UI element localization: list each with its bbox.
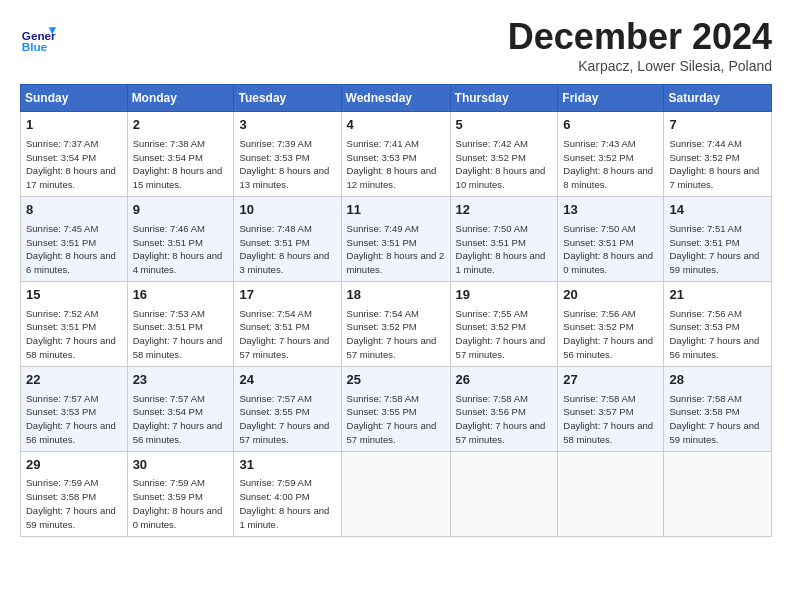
day-info: Sunrise: 7:58 AMSunset: 3:55 PMDaylight:… bbox=[347, 392, 445, 447]
day-info: Sunrise: 7:58 AMSunset: 3:56 PMDaylight:… bbox=[456, 392, 553, 447]
day-number: 9 bbox=[133, 201, 229, 220]
day-number: 24 bbox=[239, 371, 335, 390]
day-number: 7 bbox=[669, 116, 766, 135]
calendar-cell: 24Sunrise: 7:57 AMSunset: 3:55 PMDayligh… bbox=[234, 366, 341, 451]
calendar-cell: 9Sunrise: 7:46 AMSunset: 3:51 PMDaylight… bbox=[127, 196, 234, 281]
day-header-monday: Monday bbox=[127, 85, 234, 112]
day-header-wednesday: Wednesday bbox=[341, 85, 450, 112]
calendar-cell bbox=[450, 451, 558, 536]
calendar-cell bbox=[558, 451, 664, 536]
calendar-cell: 25Sunrise: 7:58 AMSunset: 3:55 PMDayligh… bbox=[341, 366, 450, 451]
calendar-cell: 3Sunrise: 7:39 AMSunset: 3:53 PMDaylight… bbox=[234, 112, 341, 197]
day-info: Sunrise: 7:51 AMSunset: 3:51 PMDaylight:… bbox=[669, 222, 766, 277]
day-number: 15 bbox=[26, 286, 122, 305]
day-number: 28 bbox=[669, 371, 766, 390]
calendar-cell: 23Sunrise: 7:57 AMSunset: 3:54 PMDayligh… bbox=[127, 366, 234, 451]
calendar-cell: 28Sunrise: 7:58 AMSunset: 3:58 PMDayligh… bbox=[664, 366, 772, 451]
day-info: Sunrise: 7:52 AMSunset: 3:51 PMDaylight:… bbox=[26, 307, 122, 362]
calendar-cell: 1Sunrise: 7:37 AMSunset: 3:54 PMDaylight… bbox=[21, 112, 128, 197]
day-info: Sunrise: 7:42 AMSunset: 3:52 PMDaylight:… bbox=[456, 137, 553, 192]
day-header-saturday: Saturday bbox=[664, 85, 772, 112]
calendar-cell: 18Sunrise: 7:54 AMSunset: 3:52 PMDayligh… bbox=[341, 281, 450, 366]
calendar-cell: 27Sunrise: 7:58 AMSunset: 3:57 PMDayligh… bbox=[558, 366, 664, 451]
day-info: Sunrise: 7:59 AMSunset: 4:00 PMDaylight:… bbox=[239, 476, 335, 531]
day-number: 1 bbox=[26, 116, 122, 135]
calendar-cell: 10Sunrise: 7:48 AMSunset: 3:51 PMDayligh… bbox=[234, 196, 341, 281]
day-number: 22 bbox=[26, 371, 122, 390]
calendar-cell: 12Sunrise: 7:50 AMSunset: 3:51 PMDayligh… bbox=[450, 196, 558, 281]
day-info: Sunrise: 7:54 AMSunset: 3:51 PMDaylight:… bbox=[239, 307, 335, 362]
calendar-cell: 5Sunrise: 7:42 AMSunset: 3:52 PMDaylight… bbox=[450, 112, 558, 197]
day-info: Sunrise: 7:39 AMSunset: 3:53 PMDaylight:… bbox=[239, 137, 335, 192]
day-number: 29 bbox=[26, 456, 122, 475]
month-title: December 2024 bbox=[508, 16, 772, 58]
day-info: Sunrise: 7:38 AMSunset: 3:54 PMDaylight:… bbox=[133, 137, 229, 192]
day-info: Sunrise: 7:49 AMSunset: 3:51 PMDaylight:… bbox=[347, 222, 445, 277]
day-number: 4 bbox=[347, 116, 445, 135]
day-number: 17 bbox=[239, 286, 335, 305]
day-number: 20 bbox=[563, 286, 658, 305]
day-info: Sunrise: 7:41 AMSunset: 3:53 PMDaylight:… bbox=[347, 137, 445, 192]
day-info: Sunrise: 7:59 AMSunset: 3:59 PMDaylight:… bbox=[133, 476, 229, 531]
calendar-cell: 29Sunrise: 7:59 AMSunset: 3:58 PMDayligh… bbox=[21, 451, 128, 536]
day-number: 16 bbox=[133, 286, 229, 305]
day-info: Sunrise: 7:43 AMSunset: 3:52 PMDaylight:… bbox=[563, 137, 658, 192]
day-info: Sunrise: 7:55 AMSunset: 3:52 PMDaylight:… bbox=[456, 307, 553, 362]
day-info: Sunrise: 7:58 AMSunset: 3:57 PMDaylight:… bbox=[563, 392, 658, 447]
day-info: Sunrise: 7:58 AMSunset: 3:58 PMDaylight:… bbox=[669, 392, 766, 447]
day-number: 21 bbox=[669, 286, 766, 305]
calendar-cell: 20Sunrise: 7:56 AMSunset: 3:52 PMDayligh… bbox=[558, 281, 664, 366]
calendar-cell: 21Sunrise: 7:56 AMSunset: 3:53 PMDayligh… bbox=[664, 281, 772, 366]
day-info: Sunrise: 7:57 AMSunset: 3:53 PMDaylight:… bbox=[26, 392, 122, 447]
header: General Blue December 2024 Karpacz, Lowe… bbox=[20, 16, 772, 74]
day-info: Sunrise: 7:44 AMSunset: 3:52 PMDaylight:… bbox=[669, 137, 766, 192]
calendar-table: SundayMondayTuesdayWednesdayThursdayFrid… bbox=[20, 84, 772, 537]
calendar-cell: 31Sunrise: 7:59 AMSunset: 4:00 PMDayligh… bbox=[234, 451, 341, 536]
calendar-cell: 13Sunrise: 7:50 AMSunset: 3:51 PMDayligh… bbox=[558, 196, 664, 281]
title-area: December 2024 Karpacz, Lower Silesia, Po… bbox=[508, 16, 772, 74]
calendar-cell: 7Sunrise: 7:44 AMSunset: 3:52 PMDaylight… bbox=[664, 112, 772, 197]
day-number: 26 bbox=[456, 371, 553, 390]
day-number: 18 bbox=[347, 286, 445, 305]
day-number: 30 bbox=[133, 456, 229, 475]
calendar-cell: 30Sunrise: 7:59 AMSunset: 3:59 PMDayligh… bbox=[127, 451, 234, 536]
day-info: Sunrise: 7:54 AMSunset: 3:52 PMDaylight:… bbox=[347, 307, 445, 362]
calendar-cell: 17Sunrise: 7:54 AMSunset: 3:51 PMDayligh… bbox=[234, 281, 341, 366]
day-number: 23 bbox=[133, 371, 229, 390]
day-info: Sunrise: 7:56 AMSunset: 3:53 PMDaylight:… bbox=[669, 307, 766, 362]
svg-text:Blue: Blue bbox=[22, 40, 48, 53]
day-info: Sunrise: 7:48 AMSunset: 3:51 PMDaylight:… bbox=[239, 222, 335, 277]
logo: General Blue bbox=[20, 20, 60, 56]
day-info: Sunrise: 7:59 AMSunset: 3:58 PMDaylight:… bbox=[26, 476, 122, 531]
day-info: Sunrise: 7:53 AMSunset: 3:51 PMDaylight:… bbox=[133, 307, 229, 362]
day-info: Sunrise: 7:37 AMSunset: 3:54 PMDaylight:… bbox=[26, 137, 122, 192]
location: Karpacz, Lower Silesia, Poland bbox=[508, 58, 772, 74]
day-number: 2 bbox=[133, 116, 229, 135]
day-info: Sunrise: 7:50 AMSunset: 3:51 PMDaylight:… bbox=[456, 222, 553, 277]
day-header-tuesday: Tuesday bbox=[234, 85, 341, 112]
calendar-cell: 2Sunrise: 7:38 AMSunset: 3:54 PMDaylight… bbox=[127, 112, 234, 197]
day-info: Sunrise: 7:57 AMSunset: 3:55 PMDaylight:… bbox=[239, 392, 335, 447]
day-info: Sunrise: 7:46 AMSunset: 3:51 PMDaylight:… bbox=[133, 222, 229, 277]
day-number: 27 bbox=[563, 371, 658, 390]
calendar-cell: 11Sunrise: 7:49 AMSunset: 3:51 PMDayligh… bbox=[341, 196, 450, 281]
day-number: 25 bbox=[347, 371, 445, 390]
day-number: 11 bbox=[347, 201, 445, 220]
day-number: 19 bbox=[456, 286, 553, 305]
day-number: 6 bbox=[563, 116, 658, 135]
day-number: 3 bbox=[239, 116, 335, 135]
day-info: Sunrise: 7:45 AMSunset: 3:51 PMDaylight:… bbox=[26, 222, 122, 277]
day-info: Sunrise: 7:56 AMSunset: 3:52 PMDaylight:… bbox=[563, 307, 658, 362]
calendar-cell: 22Sunrise: 7:57 AMSunset: 3:53 PMDayligh… bbox=[21, 366, 128, 451]
calendar-cell bbox=[341, 451, 450, 536]
day-number: 13 bbox=[563, 201, 658, 220]
calendar-cell: 8Sunrise: 7:45 AMSunset: 3:51 PMDaylight… bbox=[21, 196, 128, 281]
calendar-cell: 6Sunrise: 7:43 AMSunset: 3:52 PMDaylight… bbox=[558, 112, 664, 197]
day-number: 5 bbox=[456, 116, 553, 135]
day-info: Sunrise: 7:50 AMSunset: 3:51 PMDaylight:… bbox=[563, 222, 658, 277]
calendar-cell: 4Sunrise: 7:41 AMSunset: 3:53 PMDaylight… bbox=[341, 112, 450, 197]
calendar-cell: 26Sunrise: 7:58 AMSunset: 3:56 PMDayligh… bbox=[450, 366, 558, 451]
calendar-cell bbox=[664, 451, 772, 536]
day-number: 10 bbox=[239, 201, 335, 220]
day-header-thursday: Thursday bbox=[450, 85, 558, 112]
